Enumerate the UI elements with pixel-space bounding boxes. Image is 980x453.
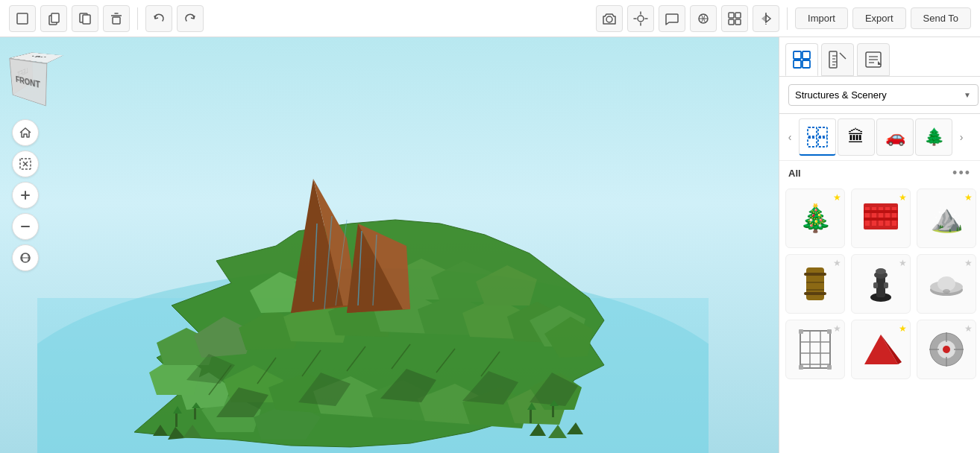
svg-line-66	[324, 216, 332, 309]
category-select[interactable]: Basic Shapes Structures & Scenery Letter…	[788, 84, 979, 106]
more-options-button[interactable]: •••	[952, 165, 971, 181]
category-next-button[interactable]: ›	[954, 130, 969, 145]
item-star-ufo[interactable]: ★	[964, 258, 973, 268]
svg-marker-50	[431, 261, 496, 302]
item-red-fence[interactable]: ★	[851, 189, 911, 248]
svg-marker-26	[224, 365, 283, 402]
panel-tabs	[779, 37, 980, 77]
category-vehicles-icon[interactable]: 🚗	[876, 118, 914, 156]
copy-button[interactable]	[40, 5, 67, 32]
item-christmas-tree[interactable]: ★ 🎄	[785, 189, 845, 248]
svg-marker-30	[418, 384, 485, 425]
shapes-button[interactable]	[690, 5, 717, 32]
item-star-hydrant[interactable]: ★	[899, 258, 907, 268]
svg-marker-48	[342, 261, 410, 302]
import-button[interactable]: Import	[795, 7, 848, 29]
svg-marker-60	[291, 179, 343, 313]
light-button[interactable]	[627, 5, 654, 32]
item-star-cage[interactable]: ★	[833, 323, 841, 334]
category-row: ‹ 🏛 🚗 🌲 ›	[779, 114, 980, 161]
svg-marker-43	[507, 302, 567, 343]
item-target[interactable]: ★	[917, 320, 976, 379]
tab-shapes[interactable]	[785, 43, 818, 76]
svg-rect-141	[799, 329, 803, 334]
svg-line-56	[392, 344, 410, 369]
item-rocks[interactable]: ★ ⛰️	[917, 189, 976, 248]
zoom-out-button[interactable]	[12, 213, 39, 240]
cube-face-front[interactable]: FRONT	[9, 58, 47, 107]
item-barrel[interactable]: ★	[785, 254, 845, 314]
view-cube[interactable]: TOP FRONT LEFT	[12, 49, 72, 109]
svg-rect-93	[802, 51, 810, 59]
export-button[interactable]: Export	[852, 7, 906, 29]
svg-rect-107	[808, 127, 817, 136]
item-cage[interactable]: ★	[785, 320, 845, 379]
item-ufo[interactable]: ★	[917, 254, 976, 314]
svg-marker-29	[365, 380, 433, 421]
svg-rect-72	[194, 408, 196, 419]
svg-rect-21	[37, 298, 709, 453]
svg-marker-73	[192, 402, 201, 408]
category-buildings-icon[interactable]: 🏛	[838, 118, 875, 156]
right-panel: Basic Shapes Structures & Scenery Letter…	[779, 37, 980, 453]
svg-rect-96	[829, 51, 837, 68]
svg-marker-64	[358, 224, 410, 309]
svg-rect-76	[552, 406, 554, 417]
pyramid-image	[858, 327, 903, 372]
cage-image	[793, 327, 838, 372]
svg-point-134	[943, 289, 950, 294]
items-grid: ★ 🎄 ★ ★ ⛰️ ★	[779, 186, 980, 453]
svg-rect-123	[804, 273, 826, 276]
svg-rect-109	[808, 138, 817, 147]
svg-rect-16	[735, 13, 741, 18]
svg-marker-40	[373, 292, 440, 334]
svg-rect-74	[530, 410, 532, 423]
category-all-icon[interactable]	[799, 118, 836, 156]
tab-notes[interactable]	[857, 43, 890, 76]
tab-ruler[interactable]	[821, 43, 854, 76]
camera-button[interactable]	[596, 5, 623, 32]
christmas-tree-image: 🎄	[793, 196, 838, 241]
3d-viewport[interactable]: TOP FRONT LEFT	[0, 37, 779, 453]
item-star-target[interactable]: ★	[964, 323, 973, 334]
mirror-button[interactable]	[753, 5, 779, 32]
svg-rect-108	[818, 127, 827, 136]
terrain-model	[37, 75, 709, 453]
svg-rect-0	[17, 13, 28, 24]
svg-rect-124	[804, 292, 826, 295]
chat-button[interactable]	[659, 5, 685, 32]
svg-rect-15	[729, 13, 734, 18]
svg-rect-113	[872, 207, 876, 226]
item-pyramid[interactable]: ★	[851, 320, 911, 379]
delete-button[interactable]	[103, 5, 130, 32]
item-star-rocks[interactable]: ★	[964, 192, 973, 203]
svg-line-53	[257, 358, 276, 384]
svg-marker-25	[179, 373, 231, 410]
item-hydrant[interactable]: ★	[851, 254, 911, 314]
send-to-button[interactable]: Send To	[911, 7, 971, 29]
svg-rect-143	[799, 365, 803, 370]
zoom-in-button[interactable]	[12, 182, 39, 209]
duplicate-button[interactable]	[72, 5, 98, 32]
item-star-red-fence[interactable]: ★	[899, 192, 907, 203]
svg-rect-144	[827, 365, 832, 370]
home-tool-button[interactable]	[12, 119, 39, 146]
new-button[interactable]	[9, 5, 36, 32]
svg-marker-82	[548, 425, 567, 438]
item-star-christmas-tree[interactable]: ★	[833, 192, 841, 203]
fit-tool-button[interactable]	[12, 151, 39, 177]
svg-marker-61	[313, 179, 358, 305]
svg-marker-145	[864, 335, 898, 364]
cube-3d: TOP FRONT LEFT	[16, 47, 66, 105]
svg-marker-83	[567, 422, 583, 434]
redo-button[interactable]	[177, 5, 204, 32]
undo-button[interactable]	[145, 5, 172, 32]
perspective-button[interactable]	[12, 244, 39, 271]
item-star-pyramid[interactable]: ★	[899, 323, 907, 334]
category-nature-icon[interactable]: 🌲	[915, 118, 952, 156]
svg-rect-110	[818, 138, 827, 147]
toolbar-actions: Import Export Send To	[795, 7, 971, 29]
snap-button[interactable]	[721, 5, 748, 32]
category-prev-button[interactable]: ‹	[782, 130, 797, 145]
item-star-barrel[interactable]: ★	[833, 258, 841, 268]
